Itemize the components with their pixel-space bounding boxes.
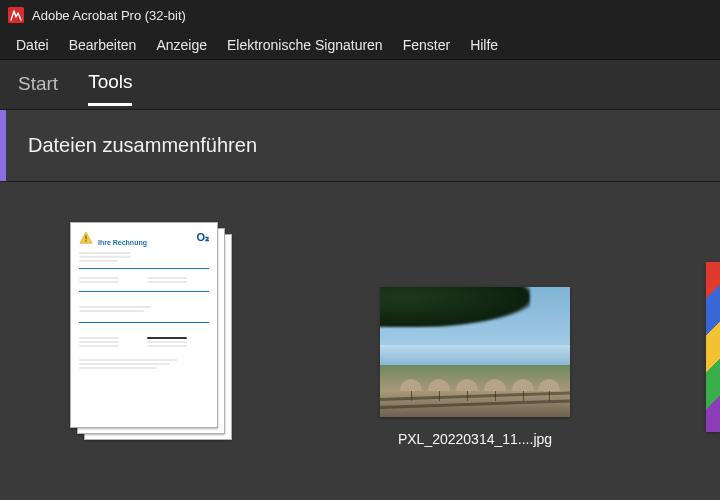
invoice-subhead [79,298,209,304]
tool-title: Dateien zusammenführen [28,134,257,157]
menu-fenster[interactable]: Fenster [393,33,460,57]
tab-start[interactable]: Start [18,65,58,105]
file-item-pdf[interactable]: Ihre Rechnung O₂ [70,222,230,442]
content-area: Ihre Rechnung O₂ [0,182,720,500]
menu-datei[interactable]: Datei [6,33,59,57]
menu-elektronische-signaturen[interactable]: Elektronische Signaturen [217,33,393,57]
pdf-thumbnail-stack: Ihre Rechnung O₂ [70,222,230,442]
photo-umbrella [512,379,534,391]
photo-umbrella [456,379,478,391]
acrobat-app-icon [8,7,24,23]
photo-umbrella [538,379,560,391]
photo-thumbnail [380,287,570,417]
tool-accent-bar [0,110,6,181]
warning-icon [79,231,93,245]
brand-logo-text: O₂ [196,231,209,244]
file-label: PXL_20220314_11....jpg [398,431,552,447]
tab-row: Start Tools [0,60,720,110]
menubar: Datei Bearbeiten Anzeige Elektronische S… [0,30,720,60]
photo-umbrella [484,379,506,391]
svg-rect-2 [85,235,86,239]
photo-umbrella [400,379,422,391]
menu-anzeige[interactable]: Anzeige [146,33,217,57]
photo-umbrella [428,379,450,391]
tab-tools[interactable]: Tools [88,63,132,106]
svg-rect-3 [85,240,86,241]
file-item-photo[interactable]: PXL_20220314_11....jpg [380,287,570,447]
titlebar: Adobe Acrobat Pro (32-bit) [0,0,720,30]
invoice-heading: Ihre Rechnung [98,239,147,246]
photo-foliage [380,287,530,327]
tool-header: Dateien zusammenführen [0,110,720,182]
menu-bearbeiten[interactable]: Bearbeiten [59,33,147,57]
file-item-partial[interactable] [706,262,720,432]
pdf-page-front: Ihre Rechnung O₂ [70,222,218,428]
menu-hilfe[interactable]: Hilfe [460,33,508,57]
window-title: Adobe Acrobat Pro (32-bit) [32,8,186,23]
